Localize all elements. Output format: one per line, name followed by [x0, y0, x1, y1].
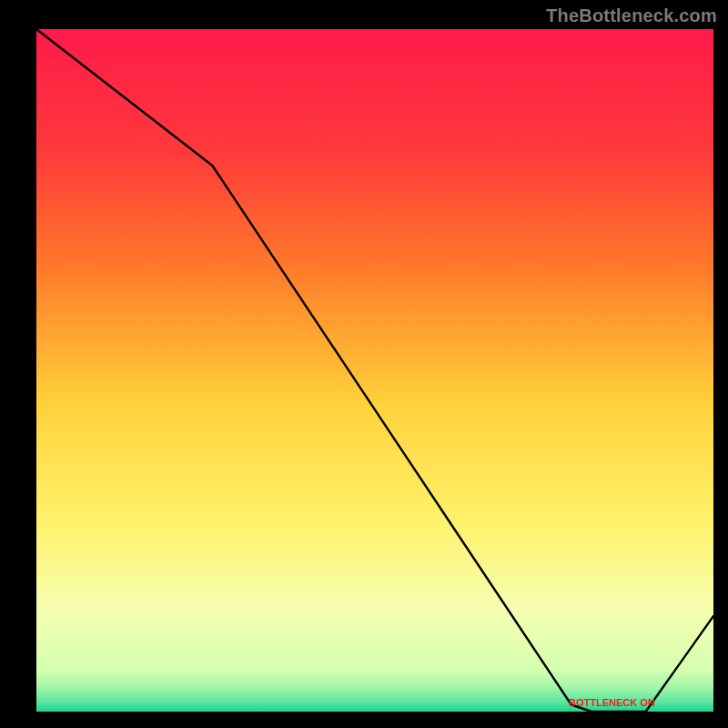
- chart-svg: BOTTLENECK ON: [0, 0, 728, 728]
- series-label: BOTTLENECK ON: [569, 697, 655, 708]
- plot-area: [36, 29, 713, 712]
- chart-frame: TheBottleneck.com BOTTLENECK ON: [0, 0, 728, 728]
- watermark-text: TheBottleneck.com: [546, 5, 717, 26]
